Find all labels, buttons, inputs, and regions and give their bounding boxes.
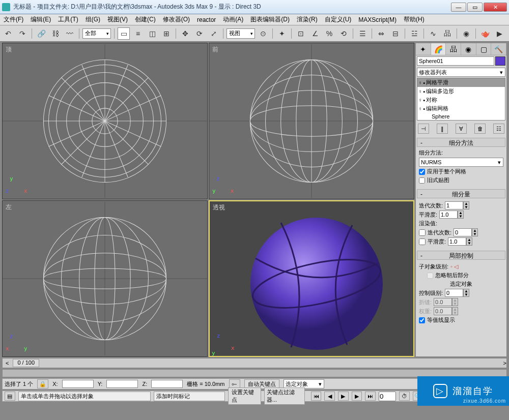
menu-grapheditors[interactable]: 图表编辑器(D) — [247, 15, 293, 24]
percent-snap-button[interactable]: % — [323, 27, 335, 40]
wireframe-left — [3, 201, 207, 356]
select-region-button[interactable]: ◫ — [146, 27, 158, 40]
quick-render-button[interactable]: ▶ — [493, 27, 505, 40]
rotate-button[interactable]: ⟳ — [193, 27, 206, 40]
old-style-map-checkbox[interactable]: 旧式贴图 — [419, 176, 503, 184]
menu-create[interactable]: 创建(C) — [131, 15, 159, 24]
render-smooth-spinner[interactable] — [448, 237, 466, 246]
schematic-view-button[interactable]: 品 — [441, 27, 454, 40]
configure-sets-button[interactable]: ☷ — [493, 124, 504, 134]
script-listener-button[interactable]: ▤ — [5, 392, 15, 401]
motion-tab[interactable]: ◉ — [461, 43, 476, 55]
prev-frame-button[interactable]: ◀ — [324, 392, 335, 401]
material-editor-button[interactable]: ◉ — [460, 27, 472, 40]
goto-start-button[interactable]: ⏮ — [311, 392, 322, 401]
control-level-spinner[interactable] — [445, 289, 463, 297]
close-button[interactable]: ✕ — [484, 3, 507, 12]
window-crossing-button[interactable]: ⊞ — [160, 27, 173, 40]
menu-tools[interactable]: 工具(T) — [54, 15, 81, 24]
key-filters-button[interactable]: 关键点过滤器... — [264, 387, 305, 405]
isoline-display-checkbox[interactable] — [419, 317, 425, 323]
time-slider-handle[interactable]: 0 / 100 — [13, 359, 39, 367]
align-button[interactable]: ⊟ — [389, 27, 402, 40]
play-button[interactable]: ▶ — [338, 392, 349, 401]
menu-group[interactable]: 组(G) — [82, 15, 104, 24]
viewport-top[interactable]: 顶 xyz — [2, 43, 208, 199]
lock-selection-button[interactable]: 🔒 — [37, 379, 48, 388]
coord-z-field[interactable] — [151, 380, 183, 388]
move-button[interactable]: ✥ — [179, 27, 191, 40]
object-color-swatch[interactable] — [495, 56, 505, 66]
display-tab[interactable]: ▢ — [476, 43, 492, 55]
show-result-button[interactable]: ‖ — [437, 124, 448, 134]
minimize-button[interactable]: ― — [451, 3, 466, 12]
unlink-button[interactable]: ⛓ — [49, 27, 62, 40]
select-button[interactable]: ▭ — [118, 27, 130, 40]
remove-mod-button[interactable]: 🗑 — [474, 124, 486, 134]
redo-button[interactable]: ↷ — [16, 27, 29, 40]
make-unique-button[interactable]: ∀ — [456, 124, 467, 134]
menu-render[interactable]: 渲染(R) — [293, 15, 321, 24]
menu-file[interactable]: 文件(F) — [0, 15, 27, 24]
time-tag-area[interactable]: 添加时间标记 — [154, 392, 225, 401]
menu-reactor[interactable]: reactor — [193, 16, 219, 23]
menu-modifiers[interactable]: 修改器(O) — [159, 15, 193, 24]
select-manipulate-button[interactable]: ✦ — [276, 27, 288, 40]
goto-end-button[interactable]: ⏭ — [365, 392, 376, 401]
current-frame-field[interactable] — [379, 392, 396, 401]
render-smooth-checkbox[interactable] — [419, 238, 426, 245]
subdiv-method-dropdown[interactable]: NURMS — [419, 158, 503, 167]
select-by-name-button[interactable]: ≡ — [132, 27, 144, 40]
viewport-front[interactable]: 前 xzy — [209, 43, 414, 199]
next-frame-button[interactable]: ▶ — [352, 392, 362, 401]
spinner-snap-button[interactable]: ⟲ — [337, 27, 350, 40]
scale-button[interactable]: ⤢ — [208, 27, 220, 40]
smoothness-spinner[interactable] — [439, 211, 458, 219]
menu-maxscript[interactable]: MAXScript(M) — [355, 16, 400, 23]
viewport-left[interactable]: 左 yzx — [2, 200, 208, 357]
apply-whole-mesh-checkbox[interactable]: 应用于整个网格 — [419, 168, 503, 175]
menu-edit[interactable]: 编辑(E) — [27, 15, 54, 24]
curve-editor-button[interactable]: ∿ — [427, 27, 439, 40]
layers-button[interactable]: ☳ — [408, 27, 420, 40]
rollout-subdiv-method[interactable]: -细分方法 — [417, 138, 505, 147]
mirror-button[interactable]: ⇔ — [375, 27, 387, 40]
iterations-spinner[interactable] — [445, 201, 463, 209]
angle-snap-button[interactable]: ∠ — [309, 27, 321, 40]
wireframe-front — [209, 43, 414, 199]
modifier-list-dropdown[interactable]: 修改器列表 — [417, 68, 505, 77]
modifier-stack[interactable]: ♀▪网格平滑 ♀▪编辑多边形 ♀▪对称 ♀▪编辑网格 Sphere — [417, 78, 505, 121]
create-tab[interactable]: ✦ — [416, 43, 431, 55]
viewport-perspective[interactable]: 透视 xzy — [209, 200, 414, 357]
set-key-button[interactable]: 设置关键点 — [228, 387, 261, 405]
rollout-subdiv-amount[interactable]: -细分量 — [417, 189, 505, 198]
pin-stack-button[interactable]: ⊣ — [418, 124, 429, 134]
link-button[interactable]: 🔗 — [35, 27, 47, 40]
menu-help[interactable]: 帮助(H) — [400, 15, 428, 24]
menu-animation[interactable]: 动画(A) — [219, 15, 247, 24]
bind-to-spacewarp-button[interactable]: 〰 — [64, 27, 76, 40]
rollout-local-control[interactable]: -局部控制 — [417, 251, 505, 260]
object-name-field[interactable] — [417, 56, 494, 66]
menu-view[interactable]: 视图(V) — [104, 15, 131, 24]
ref-coord-dropdown[interactable]: 视图 — [227, 28, 255, 39]
hierarchy-tab[interactable]: 品 — [446, 43, 461, 55]
viewport-label: 顶 — [6, 45, 12, 54]
coord-y-field[interactable] — [106, 380, 138, 388]
time-slider[interactable]: < 0 / 100 > — [2, 358, 507, 368]
modify-tab[interactable]: 🌈 — [431, 43, 446, 55]
time-config-button[interactable]: ⏱ — [399, 392, 410, 401]
render-iter-spinner[interactable] — [454, 228, 472, 236]
coord-x-field[interactable] — [62, 380, 94, 388]
named-selection-button[interactable]: ☰ — [356, 27, 369, 40]
render-iter-checkbox[interactable] — [419, 229, 426, 236]
maximize-button[interactable]: ▭ — [467, 3, 483, 12]
shaded-perspective — [210, 201, 413, 356]
snap-toggle-button[interactable]: ⊡ — [295, 27, 307, 40]
menu-customize[interactable]: 自定义(U) — [321, 15, 355, 24]
render-scene-button[interactable]: 🫖 — [479, 27, 491, 40]
utilities-tab[interactable]: 🔨 — [491, 43, 506, 55]
pivot-button[interactable]: ⊙ — [257, 27, 269, 40]
undo-button[interactable]: ↶ — [2, 27, 14, 40]
selection-filter-dropdown[interactable]: 全部 — [82, 28, 111, 39]
